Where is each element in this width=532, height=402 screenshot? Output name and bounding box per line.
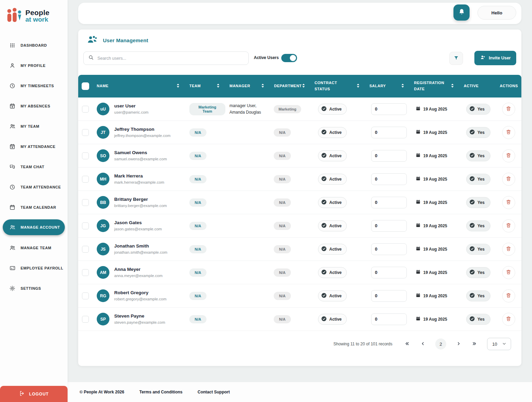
search-input[interactable] [97,56,248,61]
sort-icon[interactable] [261,83,264,89]
department-badge: Marketing [274,105,301,113]
salary-input[interactable] [371,220,407,232]
sidebar-item-dashboard[interactable]: DASHBOARD [0,35,68,55]
active-label: Yes [477,223,485,228]
check-circle-icon [321,176,327,183]
contract-status-badge: Active [318,174,347,185]
user-email: user@pameric.com [114,110,149,115]
contract-status-badge: Active [318,244,347,255]
sort-icon[interactable] [302,83,305,89]
user-name: Robert Gregory [114,289,166,296]
delete-user-button[interactable] [502,313,515,326]
delete-user-button[interactable] [502,149,515,162]
first-page-button[interactable] [404,341,411,348]
row-checkbox[interactable] [82,129,89,136]
row-checkbox[interactable] [82,269,89,276]
current-page-button[interactable]: 2 [435,338,446,349]
last-page-button[interactable] [471,341,478,348]
sort-icon[interactable] [176,83,180,89]
salary-input[interactable] [371,127,407,138]
sort-icon[interactable] [451,83,454,89]
delete-user-button[interactable] [502,173,515,186]
calendar-icon [416,293,421,299]
column-header-salary[interactable]: SALARY [365,83,410,89]
team-badge: N/A [189,292,206,300]
trash-icon [506,106,511,113]
invite-user-button[interactable]: Invite User [474,51,516,65]
sidebar-item-settings[interactable]: SETTINGS [0,278,68,298]
sidebar-item-manage-team[interactable]: MANAGE TEAM [0,238,68,258]
active-label: Yes [477,317,485,322]
user-email: steven.payne@example.com [114,320,165,325]
calendar-icon [416,246,421,252]
sidebar-item-my-profile[interactable]: MY PROFILE [0,55,68,76]
toggle-knob [290,55,296,61]
delete-user-button[interactable] [502,243,515,256]
sidebar-item-team-chat[interactable]: TEAM CHAT [0,157,68,177]
select-all-checkbox[interactable] [82,82,89,90]
delete-user-button[interactable] [502,266,515,279]
department-badge: N/A [274,222,291,230]
page-size-select[interactable]: 10 [487,338,511,350]
row-checkbox[interactable] [82,292,89,299]
sidebar-item-manage-account[interactable]: MANAGE ACCOUNT [3,219,65,235]
row-checkbox[interactable] [82,246,89,253]
delete-user-button[interactable] [502,103,515,116]
user-email: jonathan.smith@example.com [114,250,167,255]
salary-input[interactable] [371,173,407,185]
sidebar-item-label: MANAGE ACCOUNT [21,225,60,229]
column-header-team[interactable]: TEAM [185,83,225,89]
delete-user-button[interactable] [502,219,515,232]
salary-input[interactable] [371,313,407,325]
column-header-department[interactable]: DEPARTMENT [270,83,310,89]
salary-input[interactable] [371,150,407,162]
delete-user-button[interactable] [502,289,515,302]
sort-icon[interactable] [401,83,404,89]
sidebar-item-my-attendance[interactable]: MY ATTENDANCE [0,136,68,157]
terms-link[interactable]: Terms and Conditions [139,390,182,394]
salary-input[interactable] [371,197,407,208]
column-header-contract-status[interactable]: CONTRACT STATUS [310,80,365,92]
active-label: Yes [477,294,485,298]
table-body: uU user User user@pameric.com Marketing … [78,97,521,331]
previous-page-button[interactable] [420,341,426,348]
column-header-manager[interactable]: MANAGER [225,83,270,89]
next-page-button[interactable] [456,341,462,348]
sidebar-item-employee-payroll[interactable]: EMPLOYEE PAYROLL [0,258,68,278]
user-management-card: User Management Active Users [78,30,521,366]
logout-button[interactable]: LOGOUT [0,386,68,402]
column-label: DEPARTMENT [274,83,302,89]
user-plus-icon [480,55,486,61]
row-checkbox[interactable] [82,176,89,183]
row-checkbox[interactable] [82,199,89,206]
sidebar-item-my-team[interactable]: MY TEAM [0,116,68,136]
team-badge: N/A [189,152,206,160]
filter-button[interactable] [449,52,463,65]
row-checkbox[interactable] [82,222,89,229]
sort-icon[interactable] [356,83,360,89]
salary-input[interactable] [371,290,407,302]
delete-user-button[interactable] [502,126,515,139]
notifications-button[interactable] [453,4,470,21]
sidebar-item-label: MANAGE TEAM [21,246,51,250]
sidebar-item-my-absences[interactable]: MY ABSENCES [0,96,68,116]
sidebar-item-team-attendance[interactable]: TEAM ATTENDANCE [0,177,68,197]
team-badge: N/A [189,222,206,230]
column-header-registration-date[interactable]: REGISTRATION DATE [410,80,460,92]
check-circle-icon [469,199,475,206]
salary-input[interactable] [371,103,407,115]
profile-greeting-button[interactable]: Hello [477,6,516,20]
column-header-name[interactable]: NAME [93,83,185,89]
active-label: Yes [477,200,485,205]
row-checkbox[interactable] [82,152,89,159]
delete-user-button[interactable] [502,196,515,209]
sidebar-item-my-timesheets[interactable]: MY TIMESHEETS [0,76,68,96]
row-checkbox[interactable] [82,106,89,113]
row-checkbox[interactable] [82,316,89,323]
contact-support-link[interactable]: Contact Support [198,390,230,394]
sidebar-item-team-calendar[interactable]: TEAM CALENDAR [0,197,68,217]
active-users-toggle[interactable] [281,54,297,62]
salary-input[interactable] [371,243,407,255]
salary-input[interactable] [371,267,407,278]
sort-icon[interactable] [216,83,220,89]
